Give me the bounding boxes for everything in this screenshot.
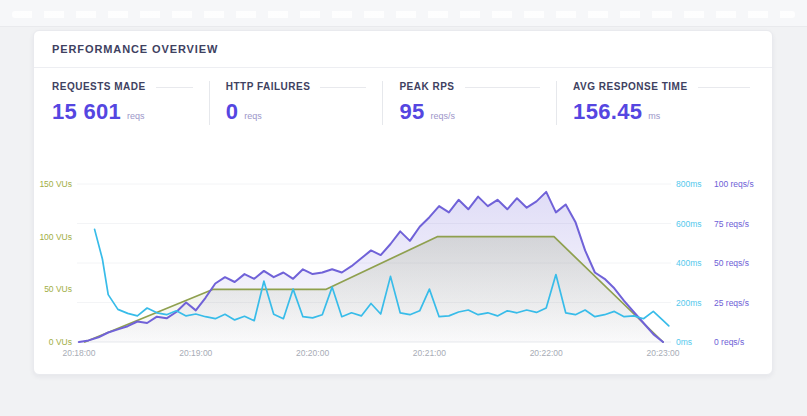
axis-tick: 100 reqs/s	[714, 180, 754, 189]
label-divider-line	[698, 87, 750, 88]
axis-tick: 800ms	[676, 180, 702, 189]
window-top-strip	[0, 0, 807, 27]
axis-tick: 0ms	[676, 338, 692, 347]
stat-value: 156.45	[573, 99, 642, 125]
stat-label: AVG RESPONSE TIME	[573, 81, 687, 92]
page-title: PERFORMANCE OVERVIEW	[52, 43, 218, 55]
axis-tick: 150 VUs	[39, 180, 72, 189]
stats-row: REQUESTS MADE 15 601 reqs HTTP FAILURES …	[34, 68, 772, 125]
x-axis-tick: 20:23:00	[646, 348, 679, 358]
stat-value: 95	[399, 99, 424, 125]
stat-requests-made: REQUESTS MADE 15 601 reqs	[52, 81, 209, 125]
stat-unit: reqs	[244, 111, 262, 121]
dashboard-page: { "header": { "title": "PERFORMANCE OVER…	[0, 0, 807, 416]
card-header: PERFORMANCE OVERVIEW	[34, 31, 772, 68]
stat-unit: ms	[648, 111, 660, 121]
label-divider-line	[156, 87, 193, 88]
axis-tick: 0 reqs/s	[714, 338, 744, 347]
x-axis-tick: 20:20:00	[296, 348, 329, 358]
axis-left: 150 VUs100 VUs50 VUs0 VUs	[34, 169, 74, 349]
x-axis-tick: 20:19:00	[179, 348, 212, 358]
x-axis-tick: 20:18:00	[62, 348, 95, 358]
axis-x: 20:18:0020:19:0020:20:0020:21:0020:22:00…	[34, 348, 774, 362]
axis-right-ms: 800ms600ms400ms200ms0ms	[676, 169, 712, 349]
axis-tick: 25 reqs/s	[714, 299, 749, 308]
stat-label: REQUESTS MADE	[52, 81, 146, 92]
axis-tick: 50 reqs/s	[714, 259, 749, 268]
x-axis-tick: 20:21:00	[413, 348, 446, 358]
axis-tick: 400ms	[676, 259, 702, 268]
x-axis-tick: 20:22:00	[530, 348, 563, 358]
stat-value: 0	[226, 99, 239, 125]
axis-tick: 0 VUs	[49, 338, 72, 347]
stat-peak-rps: PEAK RPS 95 reqs/s	[382, 81, 556, 125]
axis-tick: 75 reqs/s	[714, 220, 749, 229]
performance-overview-card: PERFORMANCE OVERVIEW REQUESTS MADE 15 60…	[33, 30, 773, 375]
stat-label: PEAK RPS	[399, 81, 454, 92]
axis-right-rps: 100 reqs/s75 reqs/s50 reqs/s25 reqs/s0 r…	[714, 169, 774, 349]
stat-unit: reqs/s	[430, 111, 455, 121]
label-divider-line	[465, 87, 541, 88]
stat-http-failures: HTTP FAILURES 0 reqs	[209, 81, 383, 125]
axis-tick: 200ms	[676, 299, 702, 308]
axis-tick: 100 VUs	[39, 233, 72, 242]
stat-avg-response-time: AVG RESPONSE TIME 156.45 ms	[556, 81, 754, 125]
label-divider-line	[320, 87, 366, 88]
performance-chart	[34, 169, 774, 349]
stat-value: 15 601	[52, 99, 121, 125]
axis-tick: 50 VUs	[44, 285, 72, 294]
axis-tick: 600ms	[676, 220, 702, 229]
stat-unit: reqs	[127, 111, 145, 121]
stat-label: HTTP FAILURES	[226, 81, 311, 92]
